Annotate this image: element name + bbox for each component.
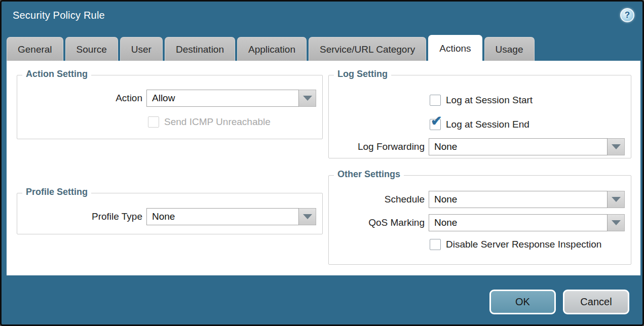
action-dropdown-button[interactable] bbox=[299, 90, 316, 107]
qos-marking-dropdown-button[interactable] bbox=[608, 214, 625, 231]
schedule-label: Schedule bbox=[329, 191, 425, 208]
schedule-dropdown[interactable]: None bbox=[429, 191, 625, 208]
check-icon: ✔ bbox=[431, 114, 442, 128]
log-forwarding-label: Log Forwarding bbox=[329, 138, 425, 155]
qos-marking-dropdown[interactable]: None bbox=[429, 214, 625, 231]
tab-source[interactable]: Source bbox=[65, 37, 118, 61]
log-at-session-start-label: Log at Session Start bbox=[446, 94, 533, 106]
action-label: Action bbox=[17, 90, 142, 107]
disable-server-response-inspection-checkbox[interactable] bbox=[430, 239, 441, 250]
qos-marking-label: QoS Marking bbox=[329, 214, 425, 231]
profile-setting-group: Profile Setting Profile Type None bbox=[17, 193, 323, 234]
qos-marking-dropdown-value[interactable]: None bbox=[429, 214, 608, 231]
send-icmp-unreachable-label: Send ICMP Unreachable bbox=[164, 116, 271, 128]
action-dropdown[interactable]: Allow bbox=[146, 90, 316, 107]
log-at-session-start-checkbox[interactable] bbox=[430, 95, 441, 106]
tab-application[interactable]: Application bbox=[237, 37, 307, 61]
chevron-down-icon bbox=[303, 214, 312, 219]
action-setting-legend: Action Setting bbox=[22, 69, 91, 79]
log-forwarding-dropdown[interactable]: None bbox=[429, 138, 625, 155]
tab-service-url-category[interactable]: Service/URL Category bbox=[309, 37, 426, 61]
schedule-dropdown-value[interactable]: None bbox=[429, 191, 608, 208]
profile-type-dropdown-button[interactable] bbox=[299, 208, 316, 225]
log-forwarding-dropdown-value[interactable]: None bbox=[429, 138, 608, 155]
help-icon[interactable]: ? bbox=[620, 8, 634, 22]
tab-actions[interactable]: Actions bbox=[428, 35, 482, 61]
action-setting-group: Action Setting Action Allow Send ICMP Un… bbox=[17, 75, 323, 139]
cancel-button[interactable]: Cancel bbox=[563, 290, 629, 314]
log-at-session-end-checkbox[interactable]: ✔ bbox=[430, 119, 441, 130]
tab-general[interactable]: General bbox=[7, 37, 63, 61]
tab-user[interactable]: User bbox=[120, 37, 163, 61]
chevron-down-icon bbox=[303, 96, 312, 101]
log-setting-legend: Log Setting bbox=[334, 69, 391, 79]
chevron-down-icon bbox=[612, 144, 621, 149]
profile-type-dropdown-value[interactable]: None bbox=[146, 208, 299, 225]
chevron-down-icon bbox=[612, 197, 621, 202]
tab-bar: General Source User Destination Applicat… bbox=[7, 35, 535, 61]
other-settings-legend: Other Settings bbox=[334, 169, 404, 180]
chevron-down-icon bbox=[612, 220, 621, 225]
dialog-title: Security Policy Rule bbox=[13, 10, 105, 21]
profile-type-dropdown[interactable]: None bbox=[146, 208, 316, 225]
profile-setting-legend: Profile Setting bbox=[22, 187, 91, 197]
tab-usage[interactable]: Usage bbox=[484, 37, 535, 61]
tab-destination[interactable]: Destination bbox=[165, 37, 235, 61]
tab-content-panel: Action Setting Action Allow Send ICMP Un… bbox=[7, 61, 640, 275]
send-icmp-unreachable-checkbox[interactable] bbox=[148, 116, 159, 128]
log-setting-group: Log Setting Log at Session Start ✔ Log a… bbox=[328, 75, 631, 158]
ok-button[interactable]: OK bbox=[489, 290, 556, 314]
other-settings-group: Other Settings Schedule None QoS Marking… bbox=[328, 175, 631, 265]
disable-server-response-inspection-label: Disable Server Response Inspection bbox=[446, 238, 601, 251]
profile-type-label: Profile Type bbox=[17, 208, 142, 225]
action-dropdown-value[interactable]: Allow bbox=[146, 90, 299, 107]
log-at-session-end-label: Log at Session End bbox=[446, 118, 529, 131]
schedule-dropdown-button[interactable] bbox=[608, 191, 625, 208]
security-policy-rule-dialog: Security Policy Rule ? General Source Us… bbox=[0, 0, 644, 326]
log-forwarding-dropdown-button[interactable] bbox=[608, 138, 625, 155]
